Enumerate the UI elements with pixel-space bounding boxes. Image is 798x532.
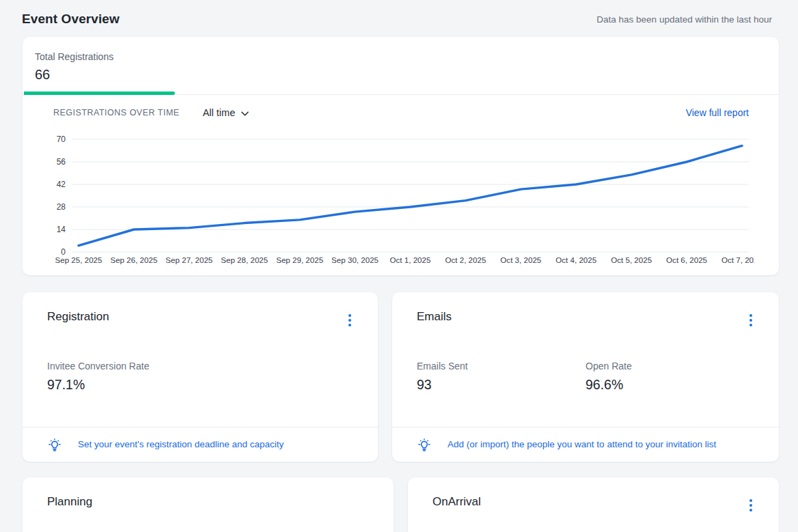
- lightbulb-icon: [47, 437, 62, 453]
- card-title: OnArrival: [432, 495, 481, 509]
- svg-text:Sep 25, 2025: Sep 25, 2025: [55, 255, 102, 264]
- tabs-row: Total Registrations 66: [23, 37, 779, 95]
- svg-text:Oct 1, 2025: Oct 1, 2025: [390, 255, 431, 264]
- svg-text:Oct 6, 2025: Oct 6, 2025: [666, 255, 707, 264]
- kebab-menu-icon: [345, 313, 355, 328]
- lightbulb-icon: [417, 437, 432, 453]
- card-title: Emails: [417, 310, 452, 324]
- card-onarrival: OnArrival: [408, 477, 779, 532]
- metric-value: 97.1%: [47, 377, 216, 393]
- registration-tip-link[interactable]: Set your event's registration deadline a…: [78, 438, 284, 452]
- svg-text:Oct 5, 2025: Oct 5, 2025: [611, 255, 652, 264]
- card-head: Registration: [23, 292, 378, 332]
- page-header: Event Overview Data has been updated wit…: [0, 0, 798, 37]
- chart-section-title: REGISTRATIONS OVER TIME: [53, 108, 180, 117]
- metric-emails-sent: Emails Sent 93: [417, 361, 586, 393]
- overview-card: Total Registrations 66 REGISTRATIONS OVE…: [23, 37, 779, 275]
- tab-value: 66: [35, 67, 162, 83]
- bottom-cards-grid: Planning OnArrival: [23, 477, 779, 532]
- data-updated-note: Data has been updated within the last ho…: [596, 14, 772, 25]
- tab-label: Total Registrations: [35, 51, 162, 62]
- svg-text:56: 56: [57, 157, 66, 167]
- card-body: Emails Sent 93 Open Rate 96.6%: [392, 332, 779, 427]
- svg-text:28: 28: [57, 202, 66, 212]
- svg-text:Oct 4, 2025: Oct 4, 2025: [555, 255, 596, 264]
- view-full-report-link[interactable]: View full report: [686, 107, 749, 118]
- card-footer: Set your event's registration deadline a…: [23, 427, 378, 462]
- card-footer: Add (or import) the people you want to a…: [392, 427, 779, 462]
- card-head: Planning: [23, 477, 394, 509]
- kebab-menu-icon: [746, 498, 756, 513]
- time-range-dropdown[interactable]: All time: [203, 107, 249, 118]
- card-registration: Registration Invitee Conversion Rate 97.…: [23, 292, 378, 462]
- card-body: Invitee Conversion Rate 97.1%: [23, 332, 378, 427]
- svg-text:Oct 2, 2025: Oct 2, 2025: [445, 255, 486, 264]
- onarrival-more-options-button[interactable]: [742, 496, 760, 517]
- metric-invitee-conversion: Invitee Conversion Rate 97.1%: [47, 361, 216, 393]
- active-tab-indicator: [24, 92, 175, 95]
- card-planning: Planning: [23, 477, 394, 532]
- registration-more-options-button[interactable]: [341, 311, 359, 332]
- registrations-chart: 01428425670Sep 25, 2025Sep 26, 2025Sep 2…: [47, 126, 754, 266]
- metric-label: Invitee Conversion Rate: [47, 361, 216, 372]
- emails-tip-link[interactable]: Add (or import) the people you want to a…: [448, 438, 716, 452]
- cards-grid: Registration Invitee Conversion Rate 97.…: [23, 292, 779, 462]
- svg-text:Sep 27, 2025: Sep 27, 2025: [165, 255, 212, 264]
- metric-value: 96.6%: [586, 377, 754, 393]
- card-title: Registration: [47, 310, 109, 324]
- svg-text:Oct 7, 2025: Oct 7, 2025: [721, 255, 754, 264]
- card-title: Planning: [47, 495, 92, 509]
- metric-open-rate: Open Rate 96.6%: [586, 361, 754, 393]
- time-range-value: All time: [203, 107, 236, 118]
- card-head: Emails: [392, 292, 779, 332]
- svg-text:Sep 26, 2025: Sep 26, 2025: [110, 255, 157, 264]
- metric-value: 93: [417, 377, 586, 393]
- chevron-down-icon: [241, 111, 249, 116]
- svg-text:Sep 28, 2025: Sep 28, 2025: [221, 255, 268, 264]
- metric-label: Open Rate: [586, 361, 754, 372]
- svg-text:Sep 29, 2025: Sep 29, 2025: [276, 255, 323, 264]
- card-head: OnArrival: [408, 477, 779, 517]
- tab-total-registrations[interactable]: Total Registrations 66: [23, 37, 174, 94]
- chart-wrap: 01428425670Sep 25, 2025Sep 26, 2025Sep 2…: [23, 126, 779, 275]
- page-root: Event Overview Data has been updated wit…: [0, 0, 798, 532]
- metric-label: Emails Sent: [417, 361, 586, 372]
- emails-more-options-button[interactable]: [742, 311, 760, 332]
- page-title: Event Overview: [22, 12, 120, 27]
- chart-header: REGISTRATIONS OVER TIME All time View fu…: [53, 107, 749, 118]
- svg-text:Oct 3, 2025: Oct 3, 2025: [500, 255, 541, 264]
- svg-text:70: 70: [57, 135, 66, 144]
- kebab-menu-icon: [746, 313, 756, 328]
- svg-text:Sep 30, 2025: Sep 30, 2025: [331, 255, 379, 264]
- card-emails: Emails Emails Sent 93 Open Rate 96.6%: [392, 292, 779, 462]
- svg-text:42: 42: [57, 180, 66, 189]
- svg-text:14: 14: [57, 225, 66, 234]
